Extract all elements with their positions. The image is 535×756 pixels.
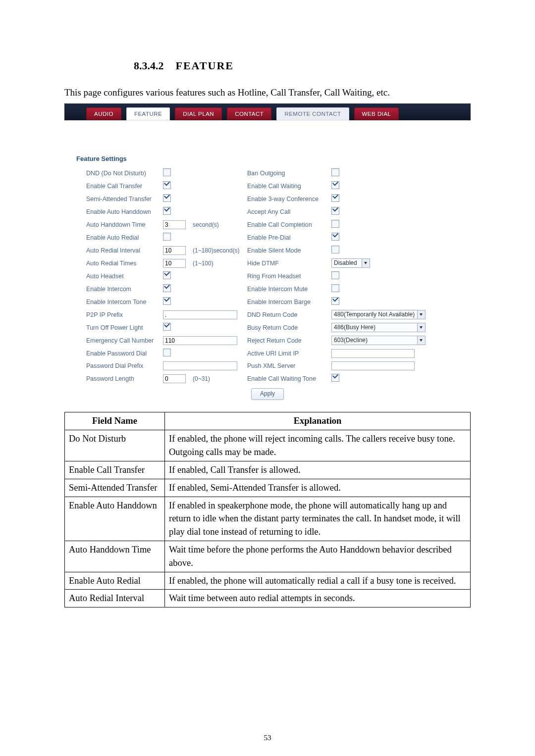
table-row: Auto Redial IntervalWait time between au… — [65, 590, 471, 607]
label-active-uri: Active URI Limit IP — [247, 350, 331, 357]
label-emergency: Emergency Call Number — [86, 337, 163, 344]
label-intercom: Enable Intercom — [86, 286, 163, 293]
select-hide-dtmf-value: Disabled — [334, 259, 357, 266]
settings-grid: DND (Do Not Disturb) Ban Outgoing Enable… — [86, 168, 459, 383]
suffix-redial-times: (1~100) — [193, 260, 247, 267]
suffix-handdown-time: second(s) — [193, 221, 247, 228]
label-ban-outgoing: Ban Outgoing — [247, 170, 331, 177]
input-active-uri[interactable] — [331, 349, 415, 358]
tab-remote-contact[interactable]: REMOTE CONTACT — [276, 107, 349, 120]
cell-expl: If enabled, Call Transfer is allowed. — [165, 461, 471, 479]
label-handdown-time: Auto Handdown Time — [86, 221, 163, 228]
checkbox-ring-headset[interactable] — [331, 271, 339, 279]
label-call-transfer: Enable Call Transfer — [86, 183, 163, 190]
chevron-down-icon — [417, 336, 425, 345]
label-dnd-return: DND Return Code — [247, 311, 331, 318]
cell-expl: Wait time before the phone performs the … — [165, 541, 471, 572]
chevron-down-icon — [417, 310, 425, 319]
cell-field: Semi-Attended Transfer — [65, 479, 165, 497]
table-row: Semi-Attended TransferIf enabled, Semi-A… — [65, 479, 471, 497]
screenshot-panel: AUDIO FEATURE DIAL PLAN CONTACT REMOTE C… — [64, 103, 471, 408]
select-hide-dtmf[interactable]: Disabled — [331, 258, 370, 268]
checkbox-intercom[interactable] — [163, 284, 171, 292]
input-redial-interval[interactable] — [163, 246, 186, 255]
input-password-length[interactable] — [163, 374, 186, 383]
intro-text: This page configures various features su… — [64, 85, 471, 100]
label-auto-handdown: Enable Auto Handdown — [86, 208, 163, 215]
checkbox-semi-attended[interactable] — [163, 194, 171, 202]
cell-expl: If enabled, Semi-Attended Transfer is al… — [165, 479, 471, 497]
cell-field: Auto Handdown Time — [65, 541, 165, 572]
chevron-down-icon — [362, 259, 370, 267]
label-intercom-tone: Enable Intercom Tone — [86, 299, 163, 305]
tab-contact[interactable]: CONTACT — [227, 107, 271, 120]
label-auto-headset: Auto Headset — [86, 273, 163, 280]
checkbox-ban-outgoing[interactable] — [331, 168, 339, 176]
checkbox-power-light[interactable] — [163, 323, 171, 331]
label-redial-interval: Auto Redial Interval — [86, 247, 163, 254]
feature-settings-title: Feature Settings — [76, 155, 459, 162]
input-push-xml[interactable] — [331, 361, 415, 370]
checkbox-call-waiting[interactable] — [331, 181, 339, 189]
tab-audio[interactable]: AUDIO — [86, 107, 121, 120]
label-call-waiting: Enable Call Waiting — [247, 183, 331, 190]
input-redial-times[interactable] — [163, 259, 186, 268]
input-emergency[interactable] — [163, 336, 237, 345]
input-password-prefix[interactable] — [163, 361, 237, 370]
label-call-completion: Enable Call Completion — [247, 221, 331, 228]
checkbox-auto-headset[interactable] — [163, 271, 171, 279]
tab-webdial[interactable]: WEB DIAL — [354, 107, 399, 120]
tab-feature[interactable]: FEATURE — [126, 107, 170, 120]
section-number: 8.3.4.2 — [134, 59, 164, 72]
cell-field: Enable Auto Handdown — [65, 497, 165, 541]
checkbox-intercom-barge[interactable] — [331, 297, 339, 305]
label-pre-dial: Enable Pre-Dial — [247, 234, 331, 241]
table-row: Enable Auto RedialIf enabled, the phone … — [65, 572, 471, 590]
cell-field: Auto Redial Interval — [65, 590, 165, 607]
cell-field: Enable Auto Redial — [65, 572, 165, 590]
checkbox-auto-redial[interactable] — [163, 233, 171, 241]
label-cw-tone: Enable Call Waiting Tone — [247, 375, 331, 382]
label-p2p-prefix: P2P IP Prefix — [86, 311, 163, 318]
checkbox-intercom-tone[interactable] — [163, 297, 171, 305]
table-row: Enable Auto HanddownIf enabled in speake… — [65, 497, 471, 541]
label-accept-any: Accept Any Call — [247, 208, 331, 215]
select-busy-return-value: 486(Busy Here) — [334, 324, 375, 331]
select-dnd-return[interactable]: 480(Temporarily Not Available) — [331, 310, 426, 319]
checkbox-pre-dial[interactable] — [331, 233, 339, 241]
cell-expl: If enabled in speakerphone mode, the pho… — [165, 497, 471, 541]
select-reject-return[interactable]: 603(Decline) — [331, 336, 426, 345]
label-auto-redial: Enable Auto Redial — [86, 234, 163, 241]
checkbox-accept-any[interactable] — [331, 207, 339, 215]
tab-dialplan[interactable]: DIAL PLAN — [175, 107, 222, 120]
suffix-password-length: (0~31) — [193, 375, 247, 382]
label-password-length: Password Length — [86, 375, 163, 382]
table-row: Do Not DisturbIf enabled, the phone will… — [65, 430, 471, 461]
explanation-table: Field Name Explanation Do Not DisturbIf … — [64, 412, 471, 607]
checkbox-call-transfer[interactable] — [163, 181, 171, 189]
label-semi-attended: Semi-Attended Transfer — [86, 196, 163, 202]
cell-field: Enable Call Transfer — [65, 461, 165, 479]
label-password-dial: Enable Password Dial — [86, 350, 163, 357]
checkbox-three-way[interactable] — [331, 194, 339, 202]
label-silent-mode: Enable Silent Mode — [247, 247, 331, 254]
select-busy-return[interactable]: 486(Busy Here) — [331, 323, 426, 332]
select-reject-return-value: 603(Decline) — [334, 337, 368, 344]
checkbox-intercom-mute[interactable] — [331, 284, 339, 292]
label-dnd: DND (Do Not Disturb) — [86, 170, 163, 177]
label-intercom-barge: Enable Intercom Barge — [247, 299, 331, 305]
checkbox-dnd[interactable] — [163, 168, 171, 176]
checkbox-cw-tone[interactable] — [331, 374, 339, 382]
input-handdown-time[interactable] — [163, 220, 186, 229]
th-field: Field Name — [65, 412, 165, 430]
checkbox-password-dial[interactable] — [163, 349, 171, 356]
cell-expl: If enabled, the phone will automatically… — [165, 572, 471, 590]
label-reject-return: Reject Return Code — [247, 337, 331, 344]
apply-button[interactable]: Apply — [251, 388, 284, 400]
input-p2p-prefix[interactable] — [163, 310, 237, 319]
checkbox-call-completion[interactable] — [331, 220, 339, 228]
label-redial-times: Auto Redial Times — [86, 260, 163, 267]
checkbox-auto-handdown[interactable] — [163, 207, 171, 215]
label-busy-return: Busy Return Code — [247, 324, 331, 331]
checkbox-silent-mode[interactable] — [331, 246, 339, 253]
